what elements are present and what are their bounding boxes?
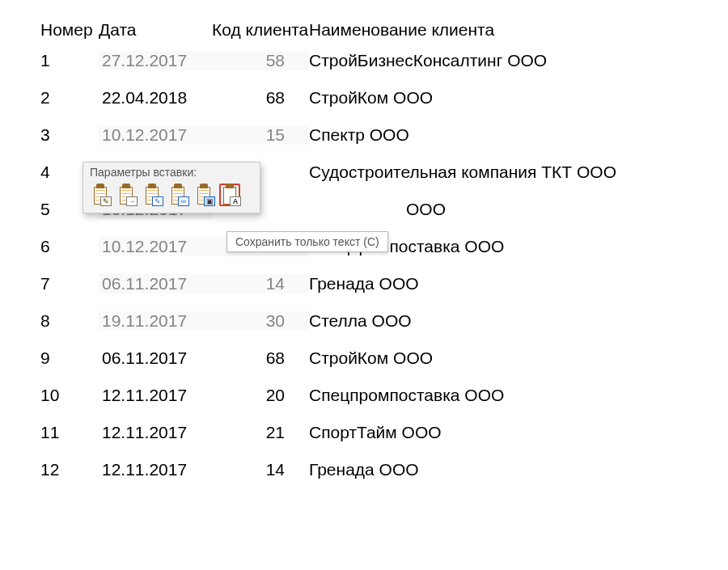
paste-merge-format-button[interactable]: → xyxy=(116,184,137,206)
cell-code: 15 xyxy=(212,125,309,145)
cell-date: 12.11.2017 xyxy=(99,423,212,442)
cell-name: Стелла ООО xyxy=(309,311,728,331)
cell-code: 20 xyxy=(212,386,309,405)
table-row[interactable]: 11 12.11.2017 21 СпортТайм ООО xyxy=(40,414,728,451)
paste-keep-source-button[interactable]: ✎ xyxy=(90,184,111,206)
cell-name: СтройБизнесКонсалтинг ООО xyxy=(309,51,728,70)
table-row[interactable]: 10 12.11.2017 20 Спецпромпоставка ООО xyxy=(40,377,728,414)
cell-name: СтройКом ООО xyxy=(309,88,728,108)
paste-link-styles-button[interactable]: ✎ xyxy=(142,184,163,206)
paste-options-toolbar: ✎ → ✎ ∞ ▣ xyxy=(83,180,260,213)
cell-code: 21 xyxy=(212,423,309,442)
cell-code: 68 xyxy=(212,88,309,108)
cell-date: 12.11.2017 xyxy=(99,386,212,405)
cell-date: 06.11.2017 xyxy=(99,274,212,293)
table-row[interactable]: 9 06.11.2017 68 СтройКом ООО xyxy=(40,340,728,377)
cell-number: 9 xyxy=(40,348,99,368)
cell-code: 14 xyxy=(212,274,309,293)
cell-number: 7 xyxy=(40,274,99,293)
cell-code: 68 xyxy=(212,348,309,368)
cell-number: 8 xyxy=(40,311,99,331)
cell-name: Судостроительная компания ТКТ ООО xyxy=(309,163,728,182)
paste-link-data-button[interactable]: ∞ xyxy=(167,184,188,206)
clipboard-icon: ∞ xyxy=(170,185,186,205)
table-row[interactable]: 2 22.04.2018 68 СтройКом ООО xyxy=(40,79,728,116)
col-header-code: Код клиента xyxy=(212,20,309,40)
cell-number: 12 xyxy=(40,460,99,479)
cell-date: 22.04.2018 xyxy=(99,88,212,108)
table-row[interactable]: 1 27.12.2017 58 СтройБизнесКонсалтинг ОО… xyxy=(40,42,728,79)
cell-number: 10 xyxy=(40,386,99,405)
table-row[interactable]: 8 19.11.2017 30 Стелла ООО xyxy=(40,302,728,340)
paste-text-only-button[interactable]: A xyxy=(219,184,240,206)
cell-date: 19.11.2017 xyxy=(99,311,212,331)
cell-date: 06.11.2017 xyxy=(99,348,212,368)
cell-code: 58 xyxy=(212,51,309,70)
paste-options-title: Параметры вставки: xyxy=(83,163,260,180)
cell-number: 11 xyxy=(40,423,99,442)
cell-code: 14 xyxy=(212,460,309,479)
cell-date: 10.12.2017 xyxy=(99,125,212,145)
col-header-name: Наименование клиента xyxy=(309,20,728,40)
paste-option-tooltip: Сохранить только текст (С) xyxy=(226,231,388,252)
cell-name: СпортТайм ООО xyxy=(309,423,728,442)
cell-name: Гренада ООО xyxy=(309,460,728,479)
clipboard-icon: ▣ xyxy=(196,185,212,205)
paste-options-panel: Параметры вставки: ✎ → ✎ ∞ xyxy=(83,162,260,213)
table-row[interactable]: 12 12.11.2017 14 Гренада ООО xyxy=(40,451,728,488)
cell-date: 10.12.2017 xyxy=(99,237,212,256)
cell-name: ООО xyxy=(309,200,728,219)
clipboard-icon: A xyxy=(222,185,238,205)
cell-number: 2 xyxy=(40,88,99,108)
cell-number: 3 xyxy=(40,125,99,145)
cell-name: Спектр ООО xyxy=(309,125,728,145)
col-header-date: Дата xyxy=(99,20,212,40)
cell-name: Спецпромпоставка ООО xyxy=(309,386,728,405)
col-header-number: Номер xyxy=(40,20,99,40)
clipboard-icon: ✎ xyxy=(144,185,160,205)
paste-as-picture-button[interactable]: ▣ xyxy=(193,184,214,206)
clipboard-icon: ✎ xyxy=(92,185,108,205)
cell-date: 12.11.2017 xyxy=(99,460,212,479)
cell-number: 1 xyxy=(40,51,99,70)
cell-code: 30 xyxy=(212,311,309,331)
table-row[interactable]: 3 10.12.2017 15 Спектр ООО xyxy=(40,116,728,154)
clipboard-icon: → xyxy=(118,185,134,205)
data-table: Номер Дата Код клиента Наименование клие… xyxy=(40,18,728,488)
table-row[interactable]: 7 06.11.2017 14 Гренада ООО xyxy=(40,265,728,302)
table-header-row: Номер Дата Код клиента Наименование клие… xyxy=(40,18,728,42)
cell-name: Гренада ООО xyxy=(309,274,728,293)
cell-name: СтройКом ООО xyxy=(309,348,728,368)
cell-date: 27.12.2017 xyxy=(99,51,212,70)
cell-number: 6 xyxy=(40,237,99,256)
